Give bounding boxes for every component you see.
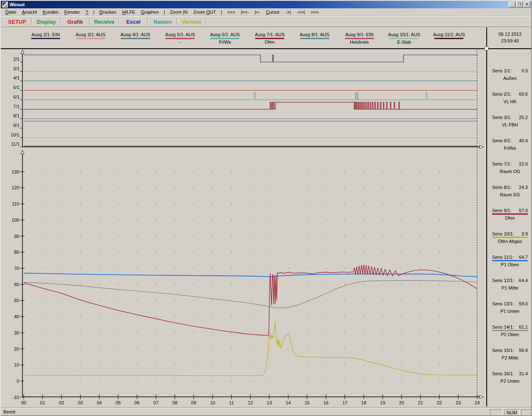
- output-legend-ausg-6-1[interactable]: Ausg 6/1: AUSFriWa: [203, 32, 247, 45]
- separator-handle-icon[interactable]: [484, 46, 489, 51]
- status-text: Bereit: [3, 409, 15, 414]
- output-label: Ausg 6/1: AUS: [203, 32, 247, 37]
- svg-text:08: 08: [172, 400, 177, 405]
- sensor-raum-eg[interactable]: Sens 8/1:24.3Raum EG: [492, 185, 528, 208]
- menu-item-<<<[interactable]: <<<: [224, 8, 238, 16]
- output-label: Ausg 3/1: AUS: [69, 32, 113, 37]
- sensor-name: VL HK: [492, 99, 528, 104]
- sensor-label: Sens 11/1:: [492, 255, 514, 260]
- sensor-row: Sens 7/1:22.0: [492, 161, 528, 166]
- receive-button[interactable]: Receive: [91, 19, 118, 25]
- minimize-button[interactable]: _: [509, 2, 515, 7]
- menu-item-->>|[interactable]: ->>|: [294, 8, 308, 16]
- svg-text:18: 18: [361, 400, 366, 405]
- grafik-button[interactable]: Grafik: [62, 19, 89, 25]
- output-color-swatch: [255, 38, 284, 39]
- sensor-p1-oben[interactable]: Sens 11/1:64.7P1 Oben: [492, 255, 528, 278]
- menu-item-?[interactable]: ?: [83, 8, 91, 16]
- menu-item-|<<-[interactable]: |<<-: [238, 8, 252, 16]
- output-color-swatch: [210, 38, 239, 39]
- output-legend-ausg-11-1[interactable]: Ausg 11/1: AUS: [427, 32, 471, 45]
- sensor-raum-og[interactable]: Sens 7/1:22.0Raum OG: [492, 161, 528, 185]
- sensor-p2-unten[interactable]: Sens 16/1:31.4P2 Unten: [492, 371, 528, 394]
- sensor-name: P2 Mitte: [492, 355, 528, 360]
- sensor-label: Sens 1/1:: [492, 68, 511, 73]
- namen-button[interactable]: Namen: [149, 19, 176, 25]
- sensor-ofen-abgas[interactable]: Sens 10/1:3.9Ofen Abgas: [492, 231, 528, 255]
- excel-button[interactable]: Excel: [120, 19, 147, 25]
- svg-text:50: 50: [14, 298, 19, 303]
- output-legend-ausg-8-1[interactable]: Ausg 8/1: AUS: [293, 32, 337, 45]
- sensor-row: Sens 13/1:59.0: [492, 301, 528, 306]
- sensor-label: Sens 16/1:: [492, 371, 514, 376]
- toolbar-separator: [148, 18, 148, 25]
- menu-item-graphen[interactable]: Graphen: [138, 8, 162, 16]
- sensor-value: 61.1: [519, 324, 528, 329]
- close-button[interactable]: ×: [524, 2, 530, 7]
- sensor-ofen[interactable]: Sens 9/1:57.0Ofen: [492, 208, 528, 231]
- digital-row-label: 6/1: [13, 94, 20, 99]
- toolbar-separator: [206, 18, 207, 25]
- output-sublabel: Heizkreis: [337, 40, 382, 45]
- svg-text:01: 01: [40, 400, 45, 405]
- output-legend-ausg-3-1[interactable]: Ausg 3/1: AUS: [69, 32, 113, 45]
- output-legend-ausg-4-1[interactable]: Ausg 4/1: AUS: [113, 32, 158, 45]
- title-bar[interactable]: Winsol _ ❐ ×: [1, 1, 531, 8]
- window-title: Winsol: [10, 2, 508, 7]
- sensor-row: Sens 14/1:61.1: [492, 324, 528, 329]
- sensor-au-en[interactable]: Sens 1/1:0.5Außen: [492, 68, 528, 92]
- toolbar-separator: [60, 18, 61, 25]
- sensor-name: Raum EG: [492, 192, 528, 197]
- output-legend-ausg-5-1[interactable]: Ausg 5/1: AUS-: [158, 32, 202, 45]
- sensor-p1-unten[interactable]: Sens 13/1:59.0P1 Unten: [492, 301, 528, 324]
- panel-separator[interactable]: [486, 27, 487, 406]
- toolbar-separator: [89, 18, 90, 25]
- menu-item-datei[interactable]: Datei: [2, 8, 19, 16]
- status-panel-left: [490, 409, 502, 416]
- display-button[interactable]: Display: [32, 19, 60, 25]
- sensor-row: Sens 12/1:64.4: [492, 278, 528, 283]
- svg-text:21: 21: [418, 400, 423, 405]
- menu-item-->|[interactable]: ->|: [283, 8, 294, 16]
- menu-separator: |: [162, 8, 167, 16]
- svg-text:-10: -10: [12, 395, 19, 400]
- menu-item-zoom-in[interactable]: Zoom IN: [167, 8, 190, 16]
- restore-button[interactable]: ❐: [516, 2, 523, 7]
- output-legend-ausg-2-1[interactable]: Ausg 2/1: EIN: [24, 32, 68, 45]
- output-legend-ausg-10-1[interactable]: Ausg 10/1: AUSE-Stab: [382, 32, 426, 45]
- menu-item-kunden[interactable]: Kunden: [40, 8, 62, 16]
- svg-text:60: 60: [14, 282, 19, 287]
- svg-text:16: 16: [323, 400, 328, 405]
- sensor-vl-fbh[interactable]: Sens 3/1:25.2VL FBH: [492, 115, 528, 138]
- output-legend-ausg-9-1[interactable]: Ausg 9/1: EINHeizkreis: [337, 32, 382, 45]
- status-bar: Bereit NUM: [1, 407, 531, 416]
- sensor-color-swatch: [492, 330, 528, 331]
- digital-row-label: 4/1: [13, 75, 20, 80]
- menu-item-fenster[interactable]: Fenster: [62, 8, 83, 16]
- svg-text:09: 09: [191, 400, 196, 405]
- menu-item-hilfe[interactable]: HILFE: [119, 8, 138, 16]
- sensor-p2-mitte[interactable]: Sens 15/1:56.9P2 Mitte: [492, 348, 528, 371]
- svg-text:05: 05: [116, 400, 121, 405]
- sensor-label: Sens 9/1:: [492, 208, 511, 213]
- menu-item->>>[interactable]: >>>: [308, 8, 321, 16]
- menu-item-zoom-out[interactable]: Zoom OUT: [190, 8, 219, 16]
- svg-text:20: 20: [399, 400, 404, 405]
- sensor-friwa[interactable]: Sens 6/1:40.4FriWa: [492, 138, 528, 161]
- sensor-row: Sens 15/1:56.9: [492, 348, 528, 353]
- digital-chart: 2/13/14/15/16/17/18/19/110/111/1: [11, 50, 483, 149]
- svg-text:24: 24: [475, 400, 480, 405]
- sensor-p2-oben[interactable]: Sens 14/1:61.1P2 Oben: [492, 324, 528, 348]
- svg-text:110: 110: [12, 201, 19, 206]
- menu-item-|<-[interactable]: |<-: [252, 8, 263, 16]
- setup-button[interactable]: SETUP: [3, 19, 31, 25]
- menu-item-drucken[interactable]: Drucken: [96, 8, 119, 16]
- menu-item-cursor[interactable]: Cursor: [263, 8, 283, 16]
- sensor-row: Sens 8/1:24.3: [492, 185, 528, 190]
- menu-item-ansicht[interactable]: Ansicht: [19, 8, 40, 16]
- sensor-vl-hk[interactable]: Sens 2/1:60.6VL HK: [492, 92, 528, 115]
- toolbar: SETUPDisplayGrafikReceiveExcelNamenVersi…: [1, 16, 531, 27]
- output-legend-ausg-7-1[interactable]: Ausg 7/1: AUSOfen: [248, 32, 292, 45]
- sensor-p1-mitte[interactable]: Sens 12/1:64.4P1 Mitte: [492, 278, 528, 301]
- version-button[interactable]: Version: [178, 19, 205, 25]
